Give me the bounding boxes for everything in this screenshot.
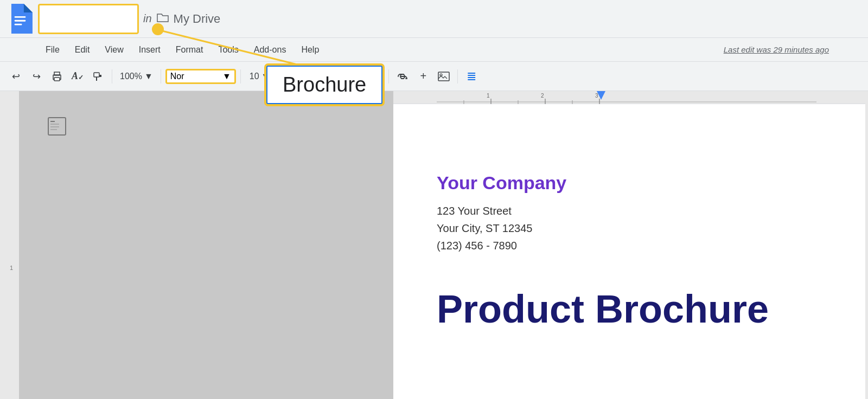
menu-insert[interactable]: Insert <box>132 43 167 57</box>
toolbar-divider-3 <box>240 69 241 83</box>
svg-rect-1 <box>15 20 26 22</box>
menu-tools[interactable]: Tools <box>212 43 245 57</box>
svg-rect-6 <box>94 73 99 77</box>
font-dropdown-icon: ▼ <box>222 72 231 81</box>
product-title: Product Brochure <box>437 287 822 331</box>
toolbar: ↩ ↪ A✓ 100% ▼ Nor ▼ 10 ▼ B <box>0 62 868 91</box>
svg-rect-2 <box>15 24 22 25</box>
menu-view[interactable]: View <box>98 43 130 57</box>
menu-addons[interactable]: Add-ons <box>247 43 293 57</box>
docs-app-icon <box>7 4 34 34</box>
font-size-value: 10 <box>250 72 259 81</box>
redo-button[interactable]: ↪ <box>27 67 46 86</box>
insert-image-button[interactable] <box>435 67 453 86</box>
spellcheck-button[interactable]: A✓ <box>68 67 87 86</box>
menu-file[interactable]: File <box>39 43 66 57</box>
page-right: 1 2 3 Your Company 123 Your Street <box>393 91 865 399</box>
page-left <box>19 91 393 399</box>
paint-format-button[interactable] <box>89 67 107 86</box>
doc-title-input[interactable]: Brochure <box>45 8 132 30</box>
svg-rect-15 <box>50 129 57 130</box>
zoom-value: 100% <box>120 72 142 81</box>
svg-text:3: 3 <box>595 93 598 99</box>
breadcrumb-in: in <box>143 12 152 25</box>
link-button[interactable] <box>393 67 412 86</box>
zoom-selector[interactable]: 100% ▼ <box>117 69 156 83</box>
svg-rect-12 <box>50 121 55 122</box>
menu-edit[interactable]: Edit <box>68 43 97 57</box>
my-drive-label[interactable]: My Drive <box>174 12 221 26</box>
font-name-value: Nor <box>170 72 184 81</box>
annotation-dot <box>152 23 164 35</box>
outline-icon[interactable] <box>43 113 71 140</box>
undo-button[interactable]: ↩ <box>7 67 25 86</box>
svg-rect-13 <box>50 124 59 125</box>
toolbar-divider-1 <box>112 69 112 83</box>
top-bar: Brochure in My Drive <box>0 0 868 38</box>
address-line1: 123 Your Street <box>437 202 822 220</box>
toolbar-divider-5 <box>388 69 389 83</box>
svg-text:2: 2 <box>541 93 544 99</box>
svg-rect-5 <box>54 78 60 81</box>
doc-content: Your Company 123 Your Street Your City, … <box>437 172 822 331</box>
doc-canvas: 1 2 3 Your Company 123 Your Street <box>16 91 868 399</box>
svg-rect-14 <box>50 126 59 127</box>
zoom-dropdown-icon: ▼ <box>144 72 153 81</box>
company-name: Your Company <box>437 172 822 194</box>
font-name-selector[interactable]: Nor ▼ <box>165 69 236 84</box>
address-phone: (123) 456 - 7890 <box>437 237 822 254</box>
menu-bar: File Edit View Insert Format Tools Add-o… <box>0 38 868 62</box>
doc-title-container[interactable]: Brochure <box>38 4 139 34</box>
main-area: 1 <box>0 91 868 399</box>
svg-rect-0 <box>15 16 26 18</box>
ruler-mark-1: 1 <box>10 265 13 271</box>
left-ruler: 1 <box>0 91 16 399</box>
svg-rect-9 <box>438 72 449 81</box>
address-line2: Your City, ST 12345 <box>437 220 822 237</box>
menu-format[interactable]: Format <box>169 43 210 57</box>
alignment-button[interactable]: ≣ <box>462 67 481 86</box>
tooltip-brochure-box: Brochure <box>266 65 383 105</box>
add-comment-button[interactable]: + <box>414 67 432 86</box>
toolbar-divider-2 <box>161 69 161 83</box>
last-edit-status: Last edit was 29 minutes ago <box>724 45 829 54</box>
svg-text:1: 1 <box>487 93 490 99</box>
print-button[interactable] <box>48 67 66 86</box>
ruler-bar: 1 2 3 <box>393 91 865 104</box>
toolbar-divider-6 <box>457 69 458 83</box>
ruler-ticks: 1 2 3 <box>437 91 822 104</box>
menu-help[interactable]: Help <box>295 43 326 57</box>
tooltip-brochure-label: Brochure <box>283 73 366 96</box>
